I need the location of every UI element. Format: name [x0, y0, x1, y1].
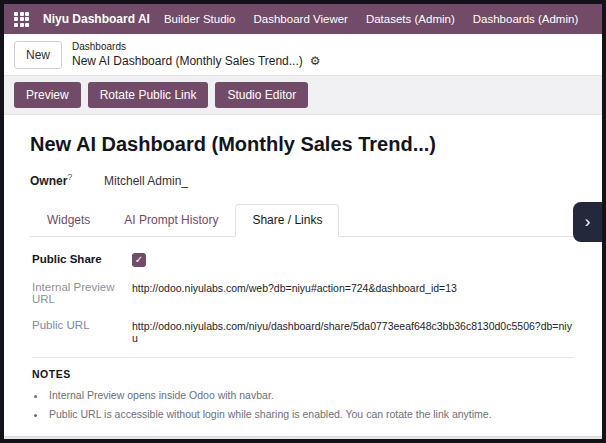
new-button[interactable]: New [14, 41, 62, 69]
studio-editor-button[interactable]: Studio Editor [215, 82, 308, 108]
breadcrumb-current: New AI Dashboard (Monthly Sales Trend...… [72, 54, 303, 69]
note-item: Public URL is accessible without login w… [47, 405, 574, 424]
breadcrumb-bar: New Dashboards New AI Dashboard (Monthly… [4, 34, 602, 75]
public-share-label: Public Share [32, 252, 132, 265]
menu-item-dashboard-viewer[interactable]: Dashboard Viewer [254, 13, 348, 25]
public-share-checkbox[interactable]: ✓ [132, 253, 146, 267]
owner-label: Owner? [30, 172, 104, 188]
menu-item-dashboards-admin[interactable]: Dashboards (Admin) [473, 13, 578, 25]
breadcrumb: Dashboards New AI Dashboard (Monthly Sal… [72, 41, 321, 69]
apps-grid-icon[interactable] [14, 12, 29, 27]
public-url-label: Public URL [32, 318, 132, 331]
preview-button[interactable]: Preview [14, 82, 81, 108]
rotate-public-link-button[interactable]: Rotate Public Link [88, 82, 209, 108]
share-links-tab-content: Public Share ✓ Internal Preview URL http… [30, 237, 576, 424]
tab-share-links[interactable]: Share / Links [235, 204, 339, 237]
notes-divider [32, 357, 574, 358]
public-url-value: http://odoo.niyulabs.com/niyu/dashboard/… [132, 318, 574, 344]
notes-list: Internal Preview opens inside Odoo with … [32, 386, 574, 424]
dashboard-title-field[interactable]: New AI Dashboard (Monthly Sales Trend...… [30, 133, 576, 156]
top-nav-bar: Niyu Dashboard AI Builder Studio Dashboa… [4, 4, 602, 34]
tab-widgets[interactable]: Widgets [30, 204, 107, 237]
form-sheet: New AI Dashboard (Monthly Sales Trend...… [4, 115, 602, 436]
page-background [4, 436, 602, 439]
menu-item-builder-studio[interactable]: Builder Studio [164, 13, 236, 25]
owner-value[interactable]: Mitchell Admin_ [104, 174, 188, 188]
owner-field-row: Owner? Mitchell Admin_ [30, 172, 576, 188]
internal-preview-url-value: http://odoo.niyulabs.com/web?db=niyu#act… [132, 280, 457, 294]
side-panel-toggle-button[interactable]: › [573, 202, 602, 242]
tab-ai-prompt-history[interactable]: AI Prompt History [107, 204, 235, 237]
notes-heading: NOTES [32, 368, 574, 380]
action-button-bar: Preview Rotate Public Link Studio Editor [4, 75, 602, 115]
chevron-right-icon: › [585, 212, 591, 232]
internal-preview-url-row: Internal Preview URL http://odoo.niyulab… [32, 280, 574, 305]
breadcrumb-parent-link[interactable]: Dashboards [72, 41, 321, 54]
notebook-tabs: Widgets AI Prompt History Share / Links [30, 204, 576, 237]
app-title[interactable]: Niyu Dashboard AI [43, 12, 150, 26]
public-url-row: Public URL http://odoo.niyulabs.com/niyu… [32, 318, 574, 344]
internal-preview-url-label: Internal Preview URL [32, 280, 132, 305]
app-window: Niyu Dashboard AI Builder Studio Dashboa… [0, 0, 606, 443]
gear-icon[interactable]: ⚙ [310, 54, 321, 69]
public-share-row: Public Share ✓ [32, 252, 574, 267]
main-menu: Builder Studio Dashboard Viewer Datasets… [164, 13, 578, 25]
owner-help-icon: ? [67, 172, 72, 182]
note-item: Internal Preview opens inside Odoo with … [47, 386, 574, 405]
menu-item-datasets-admin[interactable]: Datasets (Admin) [366, 13, 455, 25]
